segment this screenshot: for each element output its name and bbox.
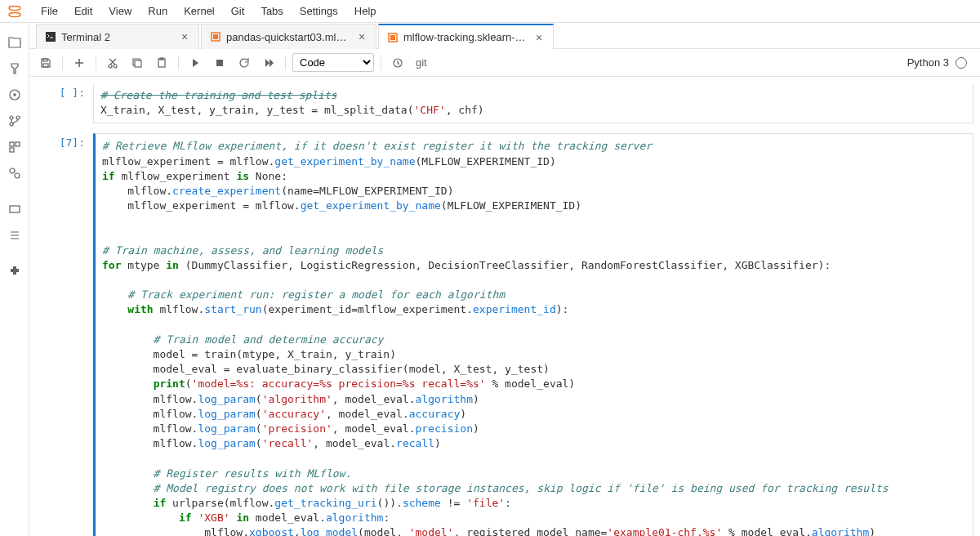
svg-rect-20: [43, 64, 48, 67]
cell-prompt: [ ]:: [36, 83, 93, 123]
cell-prompt: [7]:: [36, 133, 93, 536]
menu-edit[interactable]: Edit: [66, 2, 100, 20]
menu-file[interactable]: File: [33, 2, 66, 20]
stop-button[interactable]: [210, 53, 229, 73]
notebook-area[interactable]: [ ]: # Create the training and test spli…: [29, 77, 980, 536]
menu-tabs[interactable]: Tabs: [252, 2, 291, 20]
restart-run-all-button[interactable]: [259, 53, 278, 73]
history-icon[interactable]: [388, 53, 408, 73]
tabs-icon[interactable]: [0, 196, 29, 222]
code-cell[interactable]: [ ]: # Create the training and test spli…: [36, 80, 973, 127]
tab-label: Terminal 2: [61, 31, 172, 43]
svg-rect-18: [390, 35, 395, 40]
code-cell[interactable]: [7]: # Retrieve MLflow experiment, if it…: [36, 130, 973, 536]
tab-terminal[interactable]: Terminal 2 ×: [36, 24, 199, 49]
close-icon[interactable]: ×: [533, 32, 545, 43]
run-button[interactable]: [185, 53, 205, 73]
restart-button[interactable]: [234, 53, 254, 73]
close-icon[interactable]: ×: [179, 31, 190, 42]
save-button[interactable]: [36, 53, 56, 73]
extensions-icon[interactable]: [0, 258, 29, 284]
svg-point-1: [9, 12, 20, 16]
menu-run[interactable]: Run: [140, 2, 176, 20]
notebook-toolbar: Code git Python 3: [29, 49, 980, 77]
svg-point-0: [9, 6, 20, 10]
tab-pandas-quickstart[interactable]: pandas-quickstart03.ml.ipynb ×: [201, 24, 376, 49]
cut-button[interactable]: [103, 53, 122, 73]
copy-button[interactable]: [127, 53, 147, 73]
cell-type-select[interactable]: Code: [292, 53, 374, 72]
svg-rect-8: [10, 142, 14, 146]
tab-label: mlflow-tracking.sklearn-panc: [403, 31, 527, 43]
svg-point-2: [9, 6, 11, 7]
jupyter-logo-icon: [7, 3, 23, 20]
svg-rect-14: [46, 32, 56, 42]
left-sidebar: [0, 23, 29, 536]
tab-mlflow-tracking[interactable]: mlflow-tracking.sklearn-panc ×: [378, 24, 554, 49]
svg-point-11: [10, 168, 15, 173]
svg-point-21: [109, 65, 112, 68]
git-branch-icon[interactable]: [0, 108, 29, 134]
svg-rect-9: [16, 142, 20, 146]
menubar: File Edit View Run Kernel Git Tabs Setti…: [0, 0, 980, 23]
settings-icon[interactable]: [0, 160, 29, 186]
file-browser-icon[interactable]: [0, 29, 29, 56]
tab-label: pandas-quickstart03.ml.ipynb: [226, 31, 350, 43]
kernel-status-icon[interactable]: [956, 57, 967, 69]
svg-rect-16: [213, 34, 218, 39]
add-cell-button[interactable]: [69, 53, 89, 73]
menu-settings[interactable]: Settings: [292, 2, 346, 20]
svg-point-12: [15, 173, 20, 178]
svg-rect-10: [10, 148, 14, 152]
kernel-name[interactable]: Python 3: [907, 56, 949, 69]
menu-kernel[interactable]: Kernel: [176, 2, 223, 20]
svg-rect-13: [10, 206, 20, 212]
git-label: git: [416, 56, 427, 69]
svg-rect-23: [135, 60, 141, 67]
svg-rect-26: [216, 60, 223, 66]
svg-point-6: [10, 123, 13, 126]
git-icon[interactable]: [0, 82, 29, 108]
paste-button[interactable]: [152, 53, 172, 73]
svg-rect-19: [43, 59, 47, 61]
running-sessions-icon[interactable]: [0, 56, 29, 82]
menu-view[interactable]: View: [100, 2, 140, 20]
menu-help[interactable]: Help: [346, 2, 385, 20]
svg-point-7: [16, 116, 20, 119]
menu-git[interactable]: Git: [223, 2, 253, 20]
svg-point-22: [114, 65, 117, 68]
terminal-icon: [45, 31, 56, 42]
notebook-icon: [387, 32, 399, 43]
commands-icon[interactable]: [0, 134, 29, 160]
svg-rect-4: [14, 94, 16, 96]
toc-icon[interactable]: [0, 222, 29, 248]
tab-bar: Terminal 2 × pandas-quickstart03.ml.ipyn…: [29, 23, 980, 49]
svg-point-5: [10, 116, 13, 119]
close-icon[interactable]: ×: [356, 31, 368, 42]
notebook-icon: [210, 31, 221, 42]
